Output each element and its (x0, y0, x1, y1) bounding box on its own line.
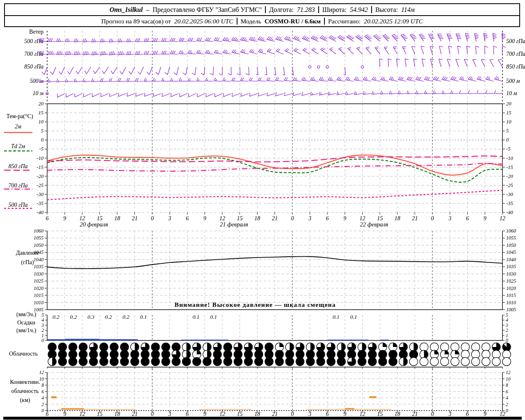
convective-title-3: (км) (20, 397, 30, 404)
svg-text:1025: 1025 (34, 278, 43, 284)
precip-amount: 0.2 (52, 314, 59, 320)
svg-text:3: 3 (448, 411, 451, 417)
svg-text:1030: 1030 (34, 271, 43, 277)
svg-text:-20: -20 (506, 173, 513, 179)
svg-text:6: 6 (466, 215, 469, 221)
svg-text:12: 12 (219, 411, 225, 417)
svg-text:3: 3 (308, 411, 311, 417)
precip-bar (47, 339, 65, 340)
svg-text:15: 15 (97, 215, 103, 221)
svg-text:3: 3 (168, 411, 171, 417)
wind-level-label: 500 м (30, 78, 44, 84)
svg-text:6: 6 (46, 411, 49, 417)
svg-text:-25: -25 (506, 183, 513, 188)
separator (324, 18, 325, 25)
legend-label: 700 гПа (8, 183, 27, 189)
precip-bar (380, 340, 388, 340)
legend: Тем-ра(°C)2мTd 2м850 гПа700 гПа500 гПа (4, 113, 33, 208)
convective-title-2: облачность (11, 388, 39, 394)
svg-text:18: 18 (114, 215, 120, 221)
run-time: 20.02.2025 06:00 UTC (174, 18, 233, 25)
svg-text:10: 10 (506, 377, 511, 381)
svg-text:0: 0 (151, 411, 154, 417)
svg-text:-20: -20 (37, 173, 43, 179)
svg-text:1035: 1035 (34, 264, 43, 269)
convective-bar (61, 408, 84, 410)
date-label: 21 февраля (220, 221, 248, 228)
svg-text:15: 15 (237, 215, 243, 221)
svg-text:9: 9 (63, 215, 66, 221)
svg-text:9: 9 (203, 215, 206, 221)
svg-text:1020: 1020 (506, 285, 516, 291)
wind-level-label: 850 гПа (506, 64, 525, 70)
legend-label: 850 гПа (8, 163, 27, 169)
svg-text:-15: -15 (506, 164, 513, 170)
svg-text:1015: 1015 (506, 292, 516, 298)
svg-text:3: 3 (448, 215, 451, 221)
wind-level-label: 700 гПа (506, 51, 525, 57)
calc-label: Рассчитано: (328, 18, 361, 25)
svg-text:21: 21 (412, 215, 418, 221)
altitude-value: 114м (401, 6, 415, 14)
svg-text:10: 10 (506, 119, 511, 125)
precip-amount: 0.2 (123, 314, 130, 320)
cloud-title: Облачность (9, 351, 38, 357)
svg-text:20: 20 (39, 101, 44, 107)
svg-text:-5: -5 (39, 146, 43, 152)
header-line-1: Oms_Isilkul – Предоставлено ФГБУ "ЗапСиб… (5, 4, 519, 15)
time-axis: 6699121215151818212100336699121215151818… (46, 212, 506, 417)
precip-bar (100, 339, 138, 340)
wind-level-label: 500 гПа (506, 38, 525, 44)
precip-amount: 0.3 (87, 314, 94, 320)
model-label: Модель (241, 18, 261, 25)
svg-text:4: 4 (41, 395, 44, 400)
svg-text:1045: 1045 (34, 249, 43, 255)
svg-text:6: 6 (326, 215, 329, 221)
pressure-units: (гПа) (21, 259, 34, 266)
svg-text:6: 6 (186, 411, 189, 417)
svg-text:12: 12 (79, 411, 85, 417)
precip-bar (181, 340, 228, 340)
svg-text:1005: 1005 (34, 307, 43, 313)
temperature-title: Тем-ра(°C) (6, 113, 33, 120)
svg-text:1055: 1055 (506, 235, 516, 241)
svg-text:-35: -35 (506, 201, 513, 206)
svg-text:18: 18 (254, 215, 260, 221)
svg-text:0: 0 (506, 137, 509, 143)
svg-text:9: 9 (343, 215, 346, 221)
svg-text:6: 6 (46, 215, 49, 221)
svg-text:8: 8 (506, 383, 508, 388)
svg-text:4: 4 (506, 317, 508, 322)
svg-text:1020: 1020 (34, 285, 43, 291)
separator (318, 6, 319, 13)
svg-text:9: 9 (484, 215, 486, 221)
precip-bar (65, 339, 100, 340)
legend-label: Td 2м (11, 143, 25, 149)
convective-title-1: Конвективн. (10, 379, 40, 385)
legend-label: 2м (15, 123, 21, 130)
longitude-value: 71.283 (297, 6, 315, 14)
svg-text:1040: 1040 (506, 257, 516, 262)
svg-text:0: 0 (431, 411, 434, 417)
svg-text:-15: -15 (37, 164, 43, 170)
svg-text:18: 18 (254, 411, 260, 417)
svg-text:-30: -30 (506, 192, 513, 197)
convective-bar (345, 408, 354, 410)
svg-text:5: 5 (41, 128, 43, 134)
svg-text:1010: 1010 (506, 300, 516, 306)
svg-text:12: 12 (500, 215, 505, 221)
meteogram-plot: Ветер500 гПа500 гПа700 гПа700 гПа850 гПа… (0, 0, 525, 420)
svg-text:1050: 1050 (506, 242, 516, 248)
svg-text:-30: -30 (37, 192, 43, 197)
svg-text:0: 0 (291, 215, 294, 221)
svg-text:9: 9 (63, 411, 66, 417)
svg-text:9: 9 (484, 411, 486, 417)
latitude-value: 54.942 (350, 6, 368, 14)
pressure-warning: Внимание! Высокое давление — шкала смеще… (174, 301, 336, 308)
wind-level-label: 850 гПа (24, 64, 43, 70)
svg-text:3: 3 (168, 215, 171, 221)
svg-text:3: 3 (505, 323, 508, 328)
precip-amount: 0.1 (210, 314, 217, 320)
forecast-label: Прогноз на 89 часа(ов) от (101, 18, 171, 25)
svg-text:18: 18 (395, 215, 400, 221)
